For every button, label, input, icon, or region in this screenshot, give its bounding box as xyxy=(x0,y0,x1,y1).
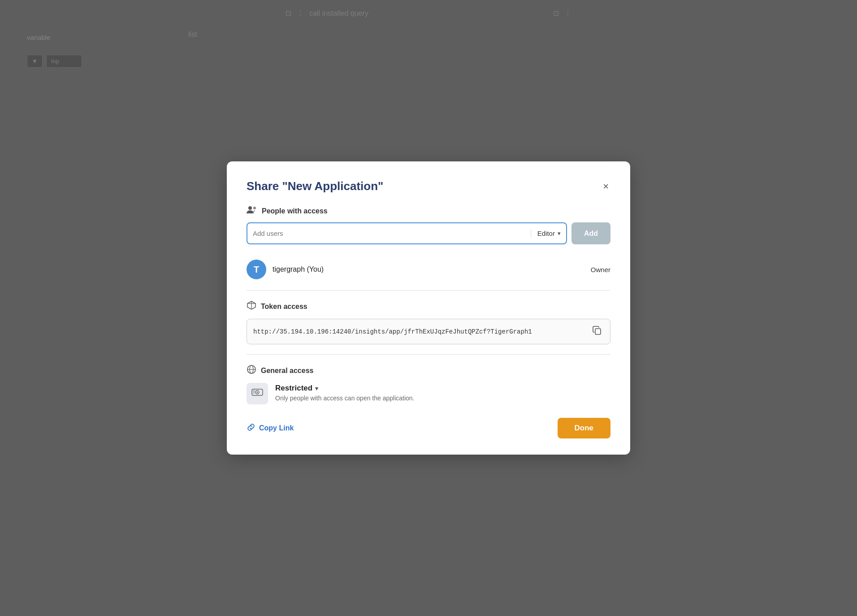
token-access-label: Token access xyxy=(261,303,307,311)
restricted-text-col: Restricted ▾ Only people with access can… xyxy=(275,383,415,402)
chevron-down-icon-restricted: ▾ xyxy=(315,385,318,392)
copy-link-label: Copy Link xyxy=(259,424,294,432)
restricted-eye-icon xyxy=(251,388,263,399)
restricted-label: Restricted xyxy=(275,384,312,393)
divider-2 xyxy=(247,354,610,355)
share-modal: Share "New Application" × People with ac… xyxy=(227,161,630,455)
editor-select[interactable]: Editor ▾ xyxy=(531,230,561,237)
svg-point-0 xyxy=(248,206,252,210)
people-with-access-label: People with access xyxy=(262,207,328,215)
add-button[interactable]: Add xyxy=(571,222,610,244)
svg-rect-5 xyxy=(595,329,601,334)
divider-1 xyxy=(247,290,610,291)
restricted-row: Restricted ▾ Only people with access can… xyxy=(247,383,610,404)
add-users-row: Editor ▾ Add xyxy=(247,222,610,244)
add-users-input-wrap[interactable]: Editor ▾ xyxy=(247,222,567,244)
restricted-dropdown[interactable]: Restricted ▾ xyxy=(275,384,415,393)
modal-footer: Copy Link Done xyxy=(247,418,610,438)
restricted-icon-wrap xyxy=(247,383,268,404)
svg-point-11 xyxy=(257,392,258,393)
editor-label: Editor xyxy=(537,230,555,237)
username: tigergraph (You) xyxy=(273,265,324,273)
copy-token-button[interactable] xyxy=(590,325,604,338)
avatar: T xyxy=(247,260,266,279)
people-icon xyxy=(247,206,257,216)
chevron-down-icon: ▾ xyxy=(558,230,561,237)
token-url-row: http://35.194.10.196:14240/insights/app/… xyxy=(247,319,610,344)
restricted-desc: Only people with access can open the app… xyxy=(275,395,415,402)
general-access-label: General access xyxy=(261,367,313,375)
globe-icon xyxy=(247,364,256,377)
general-access-section: General access xyxy=(247,364,610,404)
user-row: T tigergraph (You) Owner xyxy=(247,255,610,287)
add-users-input[interactable] xyxy=(253,223,527,243)
people-section-label: People with access xyxy=(247,206,610,216)
user-role: Owner xyxy=(591,266,610,273)
copy-icon xyxy=(592,327,602,337)
token-icon xyxy=(247,300,256,312)
modal-header: Share "New Application" × xyxy=(247,179,610,193)
user-info: T tigergraph (You) xyxy=(247,260,324,279)
token-access-label-row: Token access xyxy=(247,300,610,312)
copy-link-button[interactable]: Copy Link xyxy=(247,421,294,435)
general-access-label-row: General access xyxy=(247,364,610,377)
link-icon xyxy=(247,423,255,434)
modal-title: Share "New Application" xyxy=(247,179,383,193)
close-button[interactable]: × xyxy=(601,180,610,193)
token-section: Token access http://35.194.10.196:14240/… xyxy=(247,300,610,344)
done-button[interactable]: Done xyxy=(558,418,611,438)
modal-overlay: Share "New Application" × People with ac… xyxy=(0,0,857,616)
token-url-text: http://35.194.10.196:14240/insights/app/… xyxy=(253,328,590,335)
svg-point-1 xyxy=(253,207,256,209)
close-icon: × xyxy=(603,181,609,192)
